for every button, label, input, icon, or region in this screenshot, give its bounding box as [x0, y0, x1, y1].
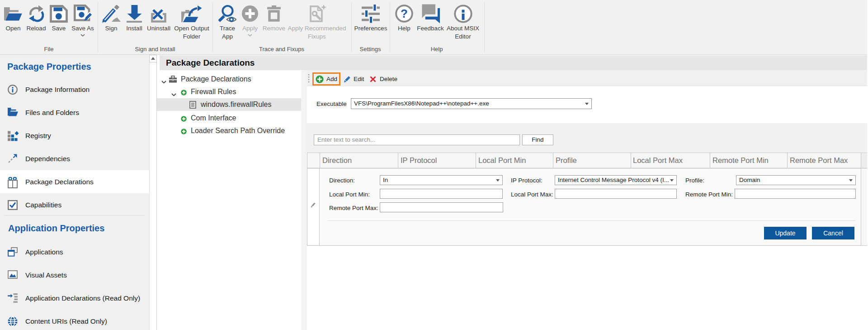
svg-text:?: ? [401, 7, 408, 20]
